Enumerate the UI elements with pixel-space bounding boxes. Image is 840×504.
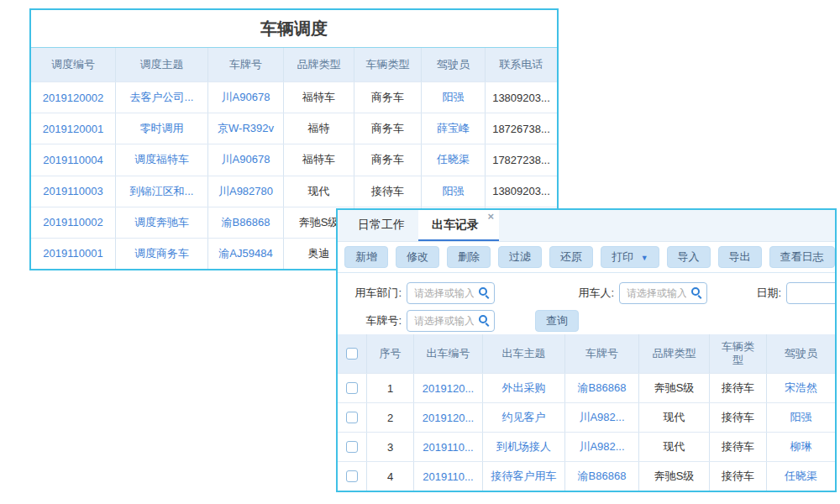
view-log-button[interactable]: 查看日志 [769,246,835,268]
brand-cell: 现代 [638,403,709,432]
brand-cell: 福特 [283,113,354,144]
table-row: 1 2019120... 外出采购 渝B86868 奔驰S级 接待车 宋浩然 [338,373,835,402]
seq-cell: 1 [366,374,413,402]
plate-link[interactable]: 渝B86868 [207,207,283,238]
table-row: 4 2019110... 接待客户用车 渝B86868 奔驰S级 接待车 任晓渠 [338,461,835,491]
column-header-trip-no: 出车编号 [413,334,482,373]
subject-link[interactable]: 零时调用 [115,113,207,144]
subject-link[interactable]: 去客户公司... [115,82,207,113]
subject-link[interactable]: 调度福特车 [115,144,207,175]
dispatch-no-link[interactable]: 2019110004 [31,144,115,175]
subject-link[interactable]: 调度奔驰车 [115,207,207,238]
brand-cell: 奔驰S级 [638,462,709,491]
trip-table-header: 序号 出车编号 出车主题 车牌号 品牌类型 车辆类型 驾驶员 [338,334,835,373]
vehicle-type-cell: 接待车 [709,403,766,432]
column-header-seq: 序号 [366,334,413,373]
export-button[interactable]: 导出 [718,246,762,268]
chevron-down-icon: ▼ [641,254,648,262]
driver-link[interactable]: 任晓渠 [766,462,835,491]
row-checkbox[interactable] [346,470,358,482]
plate-link[interactable]: 渝B86868 [564,374,638,402]
row-checkbox[interactable] [346,412,358,423]
delete-button[interactable]: 删除 [447,246,491,268]
select-all-checkbox[interactable] [346,348,358,360]
brand-cell: 现代 [283,176,354,207]
edit-button[interactable]: 修改 [396,246,439,268]
subject-link[interactable]: 调度商务车 [115,239,207,269]
table-row: 2019120001 零时调用 京W-R392v 福特 商务车 薛宝峰 1872… [31,113,557,144]
dispatch-no-link[interactable]: 2019110002 [31,207,115,238]
driver-link[interactable]: 任晓渠 [421,144,485,175]
table-row: 2019110003 到锦江区和... 川A982780 现代 接待车 阳强 1… [31,176,557,207]
driver-link[interactable]: 薛宝峰 [421,113,485,144]
column-header-vehicle-type: 车辆类型 [354,48,421,81]
search-icon[interactable] [479,287,487,296]
date-field [786,282,837,304]
trip-no-link[interactable]: 2019110... [413,462,482,491]
plate-link[interactable]: 川A90678 [207,144,283,175]
driver-link[interactable]: 阳强 [766,403,835,432]
trip-no-link[interactable]: 2019110... [413,433,482,461]
checkbox-cell [338,462,366,491]
user-label: 用车人: [570,286,614,301]
seq-cell: 3 [366,433,413,461]
plate-link[interactable]: 川A982... [564,403,638,432]
column-header-dispatch-no: 调度编号 [31,48,115,81]
vehicle-type-cell: 商务车 [354,82,421,113]
tab-trip-records[interactable]: 出车记录 × [418,210,499,241]
toolbar: 新增 修改 删除 过滤 还原 打印 ▼ 导入 导出 查看日志 [338,242,835,273]
plate-link[interactable]: 京W-R392v [207,113,283,144]
table-row: 2 2019120... 约见客户 川A982... 现代 接待车 阳强 [338,402,835,432]
search-icon[interactable] [691,287,700,296]
phone-cell: 13809203... [485,176,557,207]
driver-link[interactable]: 柳琳 [766,433,835,461]
dispatch-no-link[interactable]: 2019120002 [31,82,115,113]
trip-subject-link[interactable]: 接待客户用车 [482,462,564,491]
column-header-plate: 车牌号 [564,334,638,373]
table-row: 2019120002 去客户公司... 川A90678 福特车 商务车 阳强 1… [31,81,557,113]
checkbox-cell [338,374,366,402]
row-checkbox[interactable] [346,441,358,453]
driver-link[interactable]: 阳强 [421,82,485,113]
vehicle-type-cell: 接待车 [354,176,421,207]
plate-link[interactable]: 渝AJ59484 [207,239,283,269]
plate-label: 车牌号: [338,313,402,328]
phone-cell: 18726738... [485,113,557,144]
plate-link[interactable]: 川A90678 [207,82,283,113]
plate-link[interactable]: 川A982780 [207,176,283,207]
print-dropdown-button[interactable]: 打印 ▼ [601,246,659,268]
trip-subject-link[interactable]: 到机场接人 [482,433,564,461]
checkbox-cell [338,403,366,432]
dispatch-table-header: 调度编号 调度主题 车牌号 品牌类型 车辆类型 驾驶员 联系电话 [31,48,557,81]
filter-row-1: 用车部门: 用车人: 日期: [338,279,835,307]
plate-link[interactable]: 川A982... [564,433,638,461]
driver-link[interactable]: 阳强 [421,176,485,207]
driver-link[interactable]: 宋浩然 [766,374,835,402]
plate-link[interactable]: 渝B86868 [564,462,638,491]
add-button[interactable]: 新增 [344,246,388,268]
tab-daily-work[interactable]: 日常工作 [344,210,418,241]
trip-no-link[interactable]: 2019120... [413,403,482,432]
search-icon[interactable] [479,315,487,323]
dispatch-no-link[interactable]: 2019110003 [31,176,115,207]
dispatch-no-link[interactable]: 2019120001 [31,113,115,144]
trip-subject-link[interactable]: 约见客户 [482,403,564,432]
column-header-brand: 品牌类型 [283,48,354,81]
dept-label: 用车部门: [338,286,402,301]
vehicle-type-cell: 接待车 [709,462,766,491]
dispatch-no-link[interactable]: 2019110001 [31,239,115,269]
column-header-vehicle-type: 车辆类型 [709,334,766,373]
subject-link[interactable]: 到锦江区和... [115,176,207,207]
column-header-brand: 品牌类型 [638,334,709,373]
close-icon[interactable]: × [487,211,494,223]
restore-button[interactable]: 还原 [549,246,593,268]
row-checkbox[interactable] [346,382,358,394]
table-row: 2019110004 调度福特车 川A90678 福特车 商务车 任晓渠 178… [31,144,557,175]
filter-button[interactable]: 过滤 [498,246,542,268]
trip-no-link[interactable]: 2019120... [413,374,482,402]
import-button[interactable]: 导入 [667,246,711,268]
date-input[interactable] [786,282,837,304]
brand-cell: 福特车 [283,82,354,113]
query-button[interactable]: 查询 [535,310,579,332]
trip-subject-link[interactable]: 外出采购 [482,374,564,402]
